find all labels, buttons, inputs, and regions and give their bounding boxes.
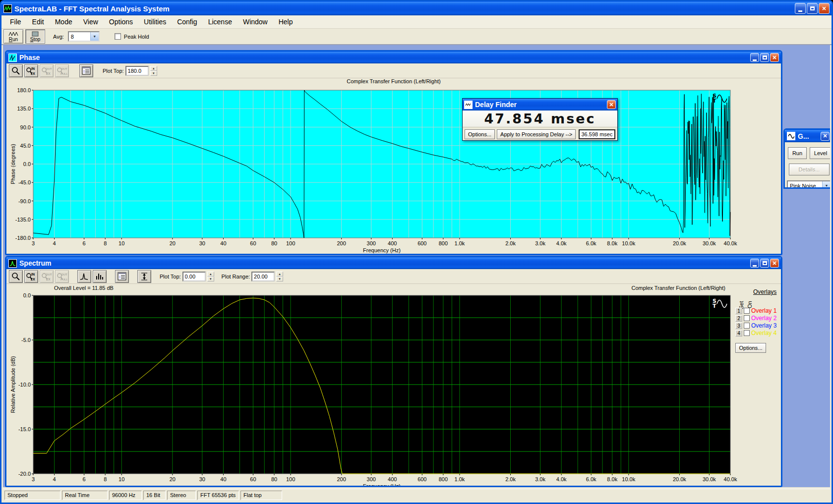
stop-button[interactable]: Stop (25, 29, 45, 44)
menu-item-license[interactable]: License (203, 16, 238, 28)
spectrum-maximize-button[interactable] (760, 259, 769, 268)
generator-close-button[interactable]: ✕ (821, 132, 830, 141)
svg-text:20.0k: 20.0k (673, 476, 686, 482)
overlays-options-button[interactable]: Options... (735, 343, 766, 353)
delay-finder-close-button[interactable]: ✕ (607, 100, 616, 109)
spectrum-icon (8, 259, 17, 268)
svg-text:300: 300 (367, 476, 376, 482)
svg-text:8.0k: 8.0k (607, 240, 617, 246)
peak-hold-checkbox[interactable] (115, 33, 121, 40)
overlay-set-button-3[interactable]: 3 (735, 323, 742, 329)
stop-icon (31, 31, 39, 37)
spectrum-close-button[interactable]: ✕ (770, 259, 779, 268)
generator-level-button[interactable]: Level (810, 147, 830, 159)
generator-run-button[interactable]: Run (788, 147, 807, 159)
overlay-label-1: Overlay 1 (751, 307, 776, 314)
apply-processing-delay-button[interactable]: Apply to Processing Delay --> (497, 129, 576, 139)
phase-window: Phase ✕ IN2X OUT2X OUTFULL Plot (5, 50, 782, 255)
line-plot-mode-icon[interactable] (77, 270, 91, 283)
generator-signal-value: Pink Noise (790, 183, 816, 189)
zoom-in-2x-icon[interactable]: IN2X (24, 270, 38, 283)
maximize-button[interactable] (807, 3, 818, 14)
generator-details-button[interactable]: Details... (789, 164, 830, 175)
status-96000-hz: 96000 Hz (109, 491, 142, 500)
svg-text:600: 600 (417, 476, 426, 482)
zoom-out-full-icon[interactable]: OUTFULL (55, 270, 69, 283)
svg-text:4.0k: 4.0k (556, 240, 567, 246)
chevron-down-icon[interactable]: ▼ (822, 181, 830, 189)
zoom-icon[interactable] (9, 64, 23, 77)
menu-item-help[interactable]: Help (273, 16, 298, 28)
svg-text:30.0k: 30.0k (703, 476, 716, 482)
minimize-button[interactable] (795, 3, 806, 14)
overlay-on-checkbox-2[interactable] (744, 315, 750, 321)
spectrum-plot-range-spinner[interactable]: ▲▼ (276, 272, 283, 281)
display-options-icon[interactable] (115, 270, 129, 283)
svg-text:3.0k: 3.0k (535, 240, 545, 246)
display-options-icon[interactable] (79, 64, 93, 77)
status-16-bit: 16 Bit (143, 491, 166, 500)
chevron-down-icon[interactable]: ▼ (90, 32, 99, 41)
app-icon (3, 4, 12, 13)
overall-level: Overall Level = 11.85 dB (54, 285, 114, 291)
generator-titlebar[interactable]: G... ✕ (785, 130, 830, 142)
svg-text:10: 10 (119, 476, 124, 482)
menu-item-edit[interactable]: Edit (27, 16, 50, 28)
svg-text:0.0: 0.0 (23, 293, 31, 298)
menu-item-file[interactable]: File (4, 16, 27, 28)
zoom-out-2x-icon[interactable]: OUT2X (40, 270, 54, 283)
close-button[interactable]: ✕ (819, 3, 830, 14)
menu-item-options[interactable]: Options (104, 16, 138, 28)
overlay-label-4: Overlay 4 (751, 330, 776, 336)
svg-text:1.0k: 1.0k (455, 240, 465, 246)
overlay-set-button-2[interactable]: 2 (735, 315, 742, 322)
phase-plot-top-spinner[interactable]: ▲▼ (150, 66, 157, 76)
amplitude-scale-icon[interactable] (137, 270, 151, 283)
zoom-out-full-icon[interactable]: OUTFULL (55, 64, 69, 77)
zoom-icon[interactable] (9, 270, 23, 283)
spectrum-toolbar: IN2X OUT2X OUTFULL Plot Top: ▲▼ Plot Ran… (6, 269, 781, 284)
delay-finder-titlebar[interactable]: Delay Finder ✕ (463, 99, 617, 111)
overlay-set-button-4[interactable]: 4 (735, 330, 742, 336)
generator-signal-select[interactable]: Pink Noise ▼ (787, 180, 830, 189)
menu-item-view[interactable]: View (78, 16, 104, 28)
avg-select[interactable]: 8 ▼ (68, 31, 100, 42)
phase-minimize-button[interactable] (750, 53, 759, 62)
overlay-row-2: 2Overlay 2 (735, 315, 776, 322)
svg-text:6.0k: 6.0k (586, 476, 596, 482)
spectrum-minimize-button[interactable] (750, 259, 759, 268)
svg-text:600: 600 (417, 240, 426, 246)
overlay-on-checkbox-1[interactable] (744, 308, 750, 314)
spectrum-plot-top-spinner[interactable]: ▲▼ (207, 272, 214, 281)
svg-text:40: 40 (220, 476, 226, 482)
menu-item-config[interactable]: Config (172, 16, 202, 28)
app-titlebar[interactable]: SpectraLAB - FFT Spectral Analysis Syste… (1, 1, 832, 15)
phase-icon (8, 54, 17, 62)
svg-text:OUT: OUT (46, 273, 52, 276)
svg-text:20: 20 (170, 476, 176, 482)
overlay-on-checkbox-3[interactable] (744, 323, 750, 329)
menu-item-window[interactable]: Window (238, 16, 273, 28)
svg-text:T: T (713, 98, 716, 104)
spectrum-titlebar[interactable]: Spectrum ✕ (6, 257, 781, 269)
phase-toolbar: IN2X OUT2X OUTFULL Plot Top: ▲▼ (6, 63, 781, 78)
svg-text:400: 400 (388, 476, 397, 482)
zoom-out-2x-icon[interactable]: OUT2X (40, 64, 54, 77)
spectrum-plot-range-input[interactable] (251, 272, 275, 281)
phase-titlebar[interactable]: Phase ✕ (6, 52, 781, 63)
phase-plot-top-input[interactable] (125, 66, 149, 76)
overlay-row-1: 1Overlay 1 (735, 307, 776, 314)
overlay-set-button-1[interactable]: 1 (735, 308, 742, 314)
phase-close-button[interactable]: ✕ (770, 53, 779, 62)
overlay-on-checkbox-4[interactable] (744, 330, 750, 336)
spectrum-plot-top-input[interactable] (182, 272, 206, 281)
run-button[interactable]: Run (3, 29, 23, 44)
delay-options-button[interactable]: Options... (465, 129, 495, 139)
menu-item-mode[interactable]: Mode (50, 16, 78, 28)
svg-text:-5.0: -5.0 (21, 337, 31, 343)
zoom-in-2x-icon[interactable]: IN2X (24, 64, 38, 77)
menu-item-utilities[interactable]: Utilities (138, 16, 172, 28)
phase-maximize-button[interactable] (760, 53, 769, 62)
processing-delay-field[interactable]: 36.598 msec (579, 129, 615, 139)
bar-plot-mode-icon[interactable] (93, 270, 107, 283)
